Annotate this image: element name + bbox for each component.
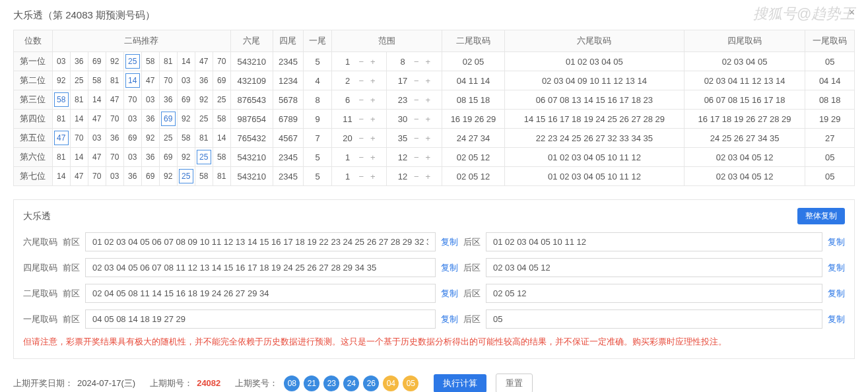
code-cell[interactable]: 58 (213, 148, 230, 167)
code-cell[interactable]: 58 (88, 71, 106, 90)
code-cell[interactable]: 69 (159, 110, 177, 129)
code-cell[interactable]: 69 (141, 167, 159, 186)
code-cell[interactable]: 70 (213, 52, 230, 71)
code-cell[interactable]: 58 (213, 110, 230, 129)
code-cell[interactable]: 47 (141, 71, 159, 90)
code-cell[interactable]: 58 (177, 129, 195, 148)
copy-button[interactable]: 复制 (828, 262, 845, 274)
minus-icon[interactable]: − (412, 172, 421, 181)
back-input[interactable] (486, 284, 822, 303)
code-cell[interactable]: 25 (213, 90, 230, 110)
code-cell[interactable]: 03 (106, 167, 123, 186)
code-cell[interactable]: 81 (213, 167, 230, 186)
code-cell[interactable]: 47 (52, 129, 70, 148)
code-cell[interactable]: 36 (195, 71, 213, 90)
front-input[interactable] (85, 258, 436, 277)
code-cell[interactable]: 69 (213, 71, 230, 90)
code-cell[interactable]: 81 (159, 52, 177, 71)
minus-icon[interactable]: − (356, 76, 366, 86)
code-cell[interactable]: 36 (70, 52, 88, 71)
code-cell[interactable]: 47 (195, 52, 213, 71)
code-cell[interactable]: 47 (88, 148, 106, 167)
copy-button[interactable]: 复制 (441, 313, 458, 325)
minus-icon[interactable]: − (412, 57, 421, 67)
copy-all-button[interactable]: 整体复制 (797, 208, 845, 224)
code-cell[interactable]: 69 (177, 90, 195, 110)
code-cell[interactable]: 70 (159, 71, 177, 90)
code-cell[interactable]: 81 (70, 90, 88, 110)
back-input[interactable] (486, 258, 822, 277)
plus-icon[interactable]: + (423, 57, 432, 67)
code-cell[interactable]: 03 (141, 90, 159, 110)
copy-button[interactable]: 复制 (441, 288, 458, 300)
code-cell[interactable]: 69 (123, 129, 141, 148)
execute-button[interactable]: 执行计算 (434, 374, 486, 392)
code-cell[interactable]: 92 (177, 110, 195, 129)
plus-icon[interactable]: + (368, 172, 378, 181)
code-cell[interactable]: 92 (52, 71, 70, 90)
code-cell[interactable]: 25 (70, 71, 88, 90)
back-input[interactable] (486, 232, 822, 251)
plus-icon[interactable]: + (423, 152, 432, 162)
code-cell[interactable]: 81 (52, 110, 70, 129)
minus-icon[interactable]: − (412, 95, 421, 105)
minus-icon[interactable]: − (356, 133, 366, 143)
code-cell[interactable]: 70 (106, 110, 123, 129)
close-icon[interactable]: × (849, 7, 855, 18)
plus-icon[interactable]: + (423, 76, 432, 86)
copy-button[interactable]: 复制 (828, 313, 845, 325)
minus-icon[interactable]: − (412, 133, 421, 143)
plus-icon[interactable]: + (368, 152, 378, 162)
plus-icon[interactable]: + (368, 133, 378, 143)
code-cell[interactable]: 58 (195, 167, 213, 186)
front-input[interactable] (85, 310, 436, 329)
code-cell[interactable]: 47 (106, 90, 123, 110)
minus-icon[interactable]: − (412, 76, 421, 86)
minus-icon[interactable]: − (356, 114, 366, 124)
code-cell[interactable]: 81 (106, 71, 123, 90)
code-cell[interactable]: 47 (88, 110, 106, 129)
code-cell[interactable]: 70 (70, 129, 88, 148)
code-cell[interactable]: 14 (123, 71, 141, 90)
code-cell[interactable]: 36 (141, 110, 159, 129)
code-cell[interactable]: 03 (177, 71, 195, 90)
minus-icon[interactable]: − (356, 152, 366, 162)
code-cell[interactable]: 36 (159, 90, 177, 110)
plus-icon[interactable]: + (368, 57, 378, 67)
code-cell[interactable]: 81 (195, 129, 213, 148)
code-cell[interactable]: 36 (141, 148, 159, 167)
code-cell[interactable]: 81 (52, 148, 70, 167)
front-input[interactable] (85, 284, 436, 303)
code-cell[interactable]: 14 (177, 52, 195, 71)
code-cell[interactable]: 92 (141, 129, 159, 148)
code-cell[interactable]: 14 (70, 148, 88, 167)
code-cell[interactable]: 25 (177, 167, 195, 186)
code-cell[interactable]: 25 (159, 129, 177, 148)
code-cell[interactable]: 69 (159, 148, 177, 167)
code-cell[interactable]: 92 (195, 90, 213, 110)
code-cell[interactable]: 92 (177, 148, 195, 167)
code-cell[interactable]: 25 (123, 52, 141, 71)
code-cell[interactable]: 14 (213, 129, 230, 148)
back-input[interactable] (486, 310, 822, 329)
plus-icon[interactable]: + (423, 114, 432, 124)
code-cell[interactable]: 58 (141, 52, 159, 71)
plus-icon[interactable]: + (423, 172, 432, 181)
code-cell[interactable]: 03 (88, 129, 106, 148)
copy-button[interactable]: 复制 (828, 236, 845, 248)
code-cell[interactable]: 70 (106, 148, 123, 167)
plus-icon[interactable]: + (368, 76, 378, 86)
plus-icon[interactable]: + (368, 95, 378, 105)
copy-button[interactable]: 复制 (441, 236, 458, 248)
code-cell[interactable]: 58 (52, 90, 70, 110)
code-cell[interactable]: 69 (88, 52, 106, 71)
code-cell[interactable]: 47 (70, 167, 88, 186)
code-cell[interactable]: 14 (52, 167, 70, 186)
code-cell[interactable]: 03 (52, 52, 70, 71)
code-cell[interactable]: 03 (123, 148, 141, 167)
plus-icon[interactable]: + (423, 95, 432, 105)
code-cell[interactable]: 70 (123, 90, 141, 110)
code-cell[interactable]: 36 (123, 167, 141, 186)
code-cell[interactable]: 25 (195, 148, 213, 167)
minus-icon[interactable]: − (356, 172, 366, 181)
